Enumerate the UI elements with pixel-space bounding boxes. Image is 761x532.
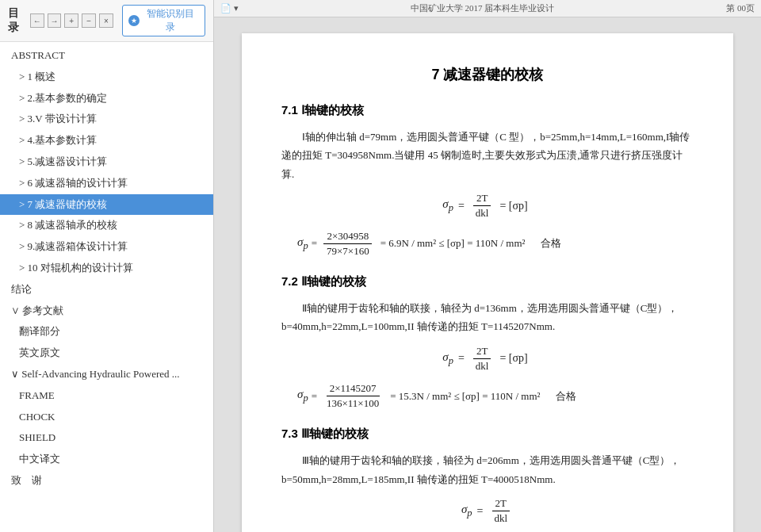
toc-item-self-advancing[interactable]: ∨ Self-Advancing Hydraulic Powered ... [0, 364, 213, 385]
fraction-2T-dkl-72: 2T dkl [472, 344, 492, 373]
section-73-content: Ⅲ轴的键用于齿轮和轴的联接，轴径为 d=206mm，选用选用圆头普通平键（C型）… [281, 451, 694, 488]
nav-back-button[interactable]: ← [30, 13, 44, 28]
toc-item-translation[interactable]: 翻译部分 [0, 321, 213, 343]
section-71-formula1: σp = 2T dkl = [σp] [281, 191, 694, 220]
doc-page: 7 减速器键的校核 7.1 Ⅰ轴键的校核 Ⅰ轴的伸出轴 d=79mm，选用圆头普… [242, 33, 733, 532]
section-72-formula2: σp = 2×1145207 136×11×100 = 15.3N / mm² … [281, 381, 694, 411]
sidebar-title: 目录 [8, 6, 30, 35]
toc-item-overview[interactable]: > 1 概述 [0, 67, 213, 88]
sidebar-header: 目录 ← → + − × ★ 智能识别目录 [0, 0, 213, 42]
nav-forward-button[interactable]: → [48, 13, 62, 28]
collapse-button[interactable]: − [82, 13, 96, 28]
sidebar: 目录 ← → + − × ★ 智能识别目录 ABSTRACT> 1 概述> 2.… [0, 0, 214, 532]
doc-page-area[interactable]: 7 减速器键的校核 7.1 Ⅰ轴键的校核 Ⅰ轴的伸出轴 d=79mm，选用圆头普… [214, 17, 761, 532]
toc-item-basic-calc[interactable]: > 4.基本参数计算 [0, 130, 213, 151]
smart-toc-button[interactable]: ★ 智能识别目录 [122, 5, 205, 36]
toc-item-reducer-design[interactable]: > 5.减速器设计计算 [0, 151, 213, 173]
result-tag-72: 合格 [556, 389, 576, 404]
toc-item-frame[interactable]: FRAME [0, 385, 213, 407]
section-71-title: 7.1 Ⅰ轴键的校核 [281, 103, 694, 118]
toc-item-key-check[interactable]: > 7 减速器键的校核 [0, 194, 213, 216]
fraction-2T-dkl: 2T dkl [472, 191, 492, 220]
toc-item-coupling[interactable]: > 10 对辊机构的设计计算 [0, 258, 213, 279]
section-73-formula-partial: σp = 2T dkl [281, 496, 694, 526]
section-71-content: Ⅰ轴的伸出轴 d=79mm，选用圆头普通平键（C 型），b=25mm,h=14m… [281, 128, 694, 183]
smart-toc-icon: ★ [128, 15, 140, 26]
result-tag-71: 合格 [541, 236, 561, 251]
close-button[interactable]: × [99, 13, 113, 28]
doc-header-text: 中国矿业大学 2017 届本科生毕业设计 [411, 2, 555, 14]
toc-item-abstract[interactable]: ABSTRACT [0, 45, 213, 67]
doc-icon: 📄 ▾ [220, 3, 239, 13]
toc-item-body-design[interactable]: > 9.减速器箱体设计计算 [0, 236, 213, 258]
expand-button[interactable]: + [64, 13, 78, 28]
smart-toc-label: 智能识别目录 [143, 7, 199, 34]
formula-sigma-p: σp [442, 197, 453, 214]
toc-item-chock[interactable]: CHOCK [0, 407, 213, 428]
toc-item-v-belt[interactable]: > 3.V 带设计计算 [0, 109, 213, 130]
doc-page-num: 第 00页 [726, 2, 755, 14]
fraction-2T-73: 2T dkl [491, 496, 511, 526]
toc-item-reducer-shaft[interactable]: > 6 减速器轴的设计计算 [0, 173, 213, 194]
main-section-title: 7 减速器键的校核 [281, 65, 694, 84]
section-73-title: 7.3 Ⅲ轴键的校核 [281, 427, 694, 442]
section-72-content: Ⅱ轴的键用于齿轮和轴的联接，轴径为 d=136mm，选用选用圆头普通平键（C型）… [281, 299, 694, 336]
main-content: 📄 ▾ 中国矿业大学 2017 届本科生毕业设计 第 00页 7 减速器键的校核… [214, 0, 761, 532]
toc-item-bearing-check[interactable]: > 8 减速器轴承的校核 [0, 215, 213, 236]
toc-item-shield[interactable]: SHIELD [0, 427, 213, 449]
toc-item-conclusion[interactable]: 结论 [0, 279, 213, 300]
toc-item-chinese-translation[interactable]: 中文译文 [0, 449, 213, 470]
fraction-1145207: 2×1145207 136×11×100 [323, 381, 382, 411]
doc-header-bar: 📄 ▾ 中国矿业大学 2017 届本科生毕业设计 第 00页 [214, 0, 761, 17]
sidebar-controls: ← → + − × ★ 智能识别目录 [30, 5, 205, 36]
fraction-304958: 2×304958 79×7×160 [323, 229, 373, 258]
toc-item-english-original[interactable]: 英文原文 [0, 343, 213, 364]
section-72-formula1: σp = 2T dkl = [σp] [281, 344, 694, 373]
toc-item-thanks[interactable]: 致 谢 [0, 470, 213, 492]
toc-item-references[interactable]: ∨ 参考文献 [0, 300, 213, 322]
toc-item-basic-params[interactable]: > 2.基本参数的确定 [0, 88, 213, 109]
section-72-title: 7.2 Ⅱ轴键的校核 [281, 274, 694, 289]
sidebar-content: ABSTRACT> 1 概述> 2.基本参数的确定> 3.V 带设计计算> 4.… [0, 42, 213, 532]
section-71-formula2: σp = 2×304958 79×7×160 = 6.9N / mm² ≤ [σ… [281, 229, 694, 258]
